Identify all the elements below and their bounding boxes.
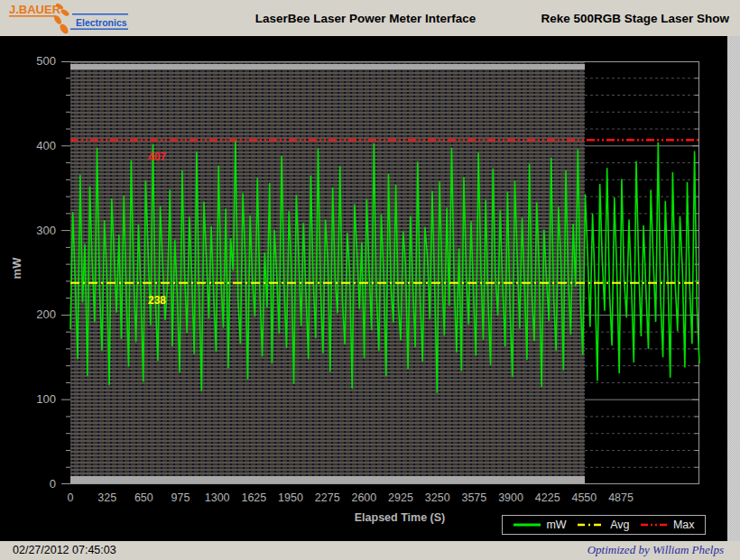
logo-text-electronics: Electronics bbox=[76, 17, 127, 28]
header-bar: J.BAUER Electronics LaserBee Laser Power… bbox=[0, 0, 740, 36]
x-tick-label: 325 bbox=[97, 491, 116, 504]
legend-label: Avg bbox=[610, 519, 629, 531]
x-tick-label: 3575 bbox=[461, 491, 486, 504]
logo-line-blue-top bbox=[72, 14, 128, 14]
status-datetime: 02/27/2012 07:45:03 bbox=[13, 544, 116, 556]
legend-label: Max bbox=[673, 519, 695, 531]
laserbee-app-window: J.BAUER Electronics LaserBee Laser Power… bbox=[0, 0, 740, 560]
logo-underline-orange bbox=[9, 15, 56, 17]
x-tick-label: 2275 bbox=[315, 491, 340, 504]
plot-area: 407 238 bbox=[70, 61, 699, 484]
chart-panel: 407 238 mW 5004003002001000 032565097513… bbox=[0, 36, 727, 541]
window-edge-strip bbox=[727, 36, 740, 541]
x-tick-label: 2600 bbox=[351, 491, 376, 504]
legend-swatch-mw bbox=[513, 520, 541, 529]
chart-legend: mWAvgMax bbox=[502, 515, 706, 535]
max-value-label: 407 bbox=[148, 151, 166, 163]
y-tick-label: 100 bbox=[16, 392, 56, 406]
y-tick-label: 300 bbox=[16, 224, 56, 237]
y-tick-label: 500 bbox=[16, 54, 56, 68]
x-tick-label: 3250 bbox=[425, 491, 450, 504]
x-tick-label: 0 bbox=[68, 491, 74, 504]
y-axis-title: mW bbox=[10, 251, 23, 287]
x-axis-title: Elapsed Time (S) bbox=[310, 511, 490, 524]
logo-text-jbauer: J.BAUER bbox=[9, 3, 61, 16]
x-tick-label: 3900 bbox=[498, 491, 523, 504]
status-bar: 02/27/2012 07:45:03 Optimized by William… bbox=[0, 541, 740, 560]
x-tick-label: 2925 bbox=[388, 491, 413, 504]
x-tick-label: 4225 bbox=[535, 491, 560, 504]
x-tick-label: 1950 bbox=[278, 491, 303, 504]
y-tick-label: 0 bbox=[16, 477, 56, 491]
legend-item-mw: mW bbox=[513, 519, 566, 531]
legend-swatch-max bbox=[640, 520, 669, 529]
legend-item-max: Max bbox=[640, 519, 695, 531]
x-tick-label: 1625 bbox=[241, 491, 266, 504]
x-tick-label: 975 bbox=[171, 491, 190, 504]
legend-label: mW bbox=[546, 519, 566, 531]
app-title: LaserBee Laser Power Meter Interface bbox=[217, 12, 514, 25]
jbauer-electronics-logo: J.BAUER Electronics bbox=[7, 1, 143, 35]
mw-trace bbox=[70, 140, 699, 393]
logo-underline-blue bbox=[70, 29, 128, 30]
x-tick-label: 1300 bbox=[205, 491, 230, 504]
legend-swatch-avg bbox=[577, 520, 606, 529]
x-tick-label: 4550 bbox=[571, 491, 597, 504]
x-tick-label: 650 bbox=[134, 491, 153, 504]
power-trace-chart bbox=[58, 61, 699, 484]
x-tick-label: 4875 bbox=[608, 491, 634, 504]
y-tick-label: 400 bbox=[16, 139, 56, 152]
status-credit: Optimized by William Phelps bbox=[587, 543, 724, 557]
avg-value-label: 238 bbox=[148, 294, 166, 307]
y-tick-label: 200 bbox=[16, 308, 56, 321]
legend-item-avg: Avg bbox=[577, 519, 629, 531]
session-title: Reke 500RGB Stage Laser Show bbox=[504, 12, 729, 25]
